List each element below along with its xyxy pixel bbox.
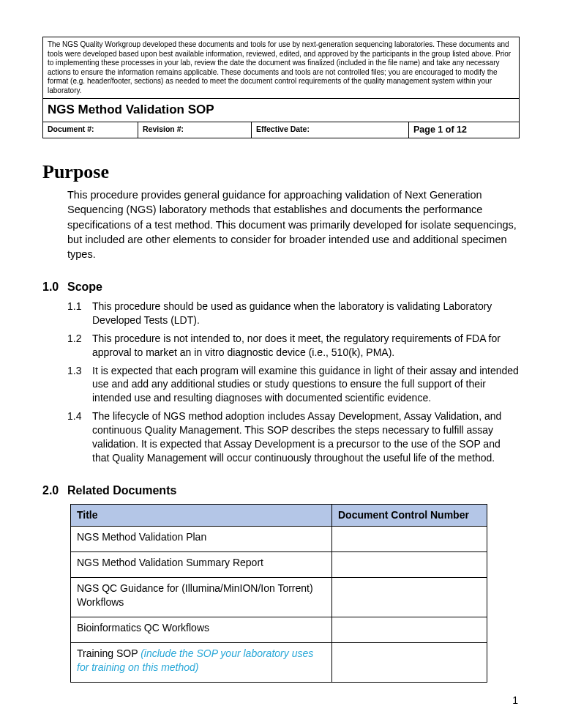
item-text: This procedure should be used as guidanc… [92,300,520,327]
item-number: 1.1 [67,300,92,327]
document-title: NGS Method Validation SOP [43,99,519,122]
table-row: NGS Method Validation Plan [71,527,487,552]
header-box: The NGS Quality Workgroup developed thes… [42,37,520,138]
purpose-heading: Purpose [42,159,520,185]
item-number: 1.2 [67,332,92,360]
scope-title: Scope [67,281,102,293]
item-text: It is expected that each program will ex… [92,364,520,406]
item-text: This procedure is not intended to, nor d… [92,332,520,360]
cell-dcn [332,642,487,682]
scope-list: 1.1 This procedure should be used as gui… [67,300,520,465]
related-title: Related Documents [67,484,176,497]
cell-title: NGS Method Validation Summary Report [71,552,332,578]
item-number: 1.4 [67,409,92,465]
cell-title-main: Training SOP [77,647,140,659]
purpose-body: This procedure provides general guidance… [67,187,520,261]
scope-number: 1.0 [42,279,67,295]
table-header-dcn: Document Control Number [332,505,487,527]
table-row: Training SOP (include the SOP your labor… [71,642,487,682]
item-number: 1.3 [67,364,92,406]
cell-dcn [332,527,487,552]
table-row: NGS Method Validation Summary Report [71,552,487,578]
list-item: 1.1 This procedure should be used as gui… [67,300,520,327]
scope-heading: 1.0Scope [42,279,520,295]
related-documents-heading: 2.0Related Documents [42,483,520,499]
cell-title: Training SOP (include the SOP your labor… [71,642,332,682]
table-header-title: Title [71,505,332,527]
table-row: Bioinformatics QC Workflows [71,617,487,642]
effective-date-label: Effective Date: [252,122,409,138]
revision-number-label: Revision #: [138,122,252,138]
cell-title: NGS Method Validation Plan [71,527,332,552]
cell-dcn [332,617,487,642]
related-documents-table: Title Document Control Number NGS Method… [70,504,487,682]
table-row: NGS QC Guidance for (Illumina/MinION/Ion… [71,578,487,617]
page-number: 1 [512,694,518,704]
cell-title: Bioinformatics QC Workflows [71,617,332,642]
item-text: The lifecycle of NGS method adoption inc… [92,409,520,465]
cell-dcn [332,552,487,578]
meta-row: Document #: Revision #: Effective Date: … [43,122,519,138]
list-item: 1.3 It is expected that each program wil… [67,364,520,406]
list-item: 1.2 This procedure is not intended to, n… [67,332,520,360]
cell-dcn [332,578,487,617]
list-item: 1.4 The lifecycle of NGS method adoption… [67,409,520,465]
disclaimer-text: The NGS Quality Workgroup developed thes… [43,37,519,99]
related-number: 2.0 [42,483,67,499]
document-number-label: Document #: [43,122,138,138]
cell-title: NGS QC Guidance for (Illumina/MinION/Ion… [71,578,332,617]
page-label: Page 1 of 12 [409,122,519,138]
